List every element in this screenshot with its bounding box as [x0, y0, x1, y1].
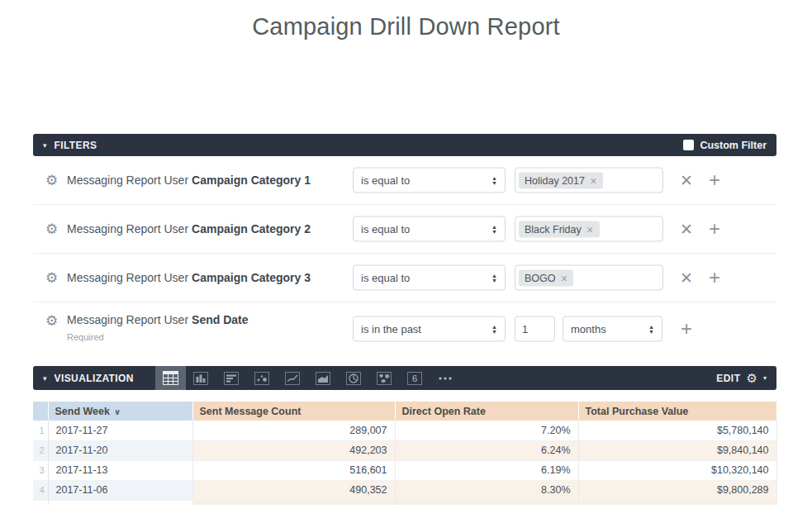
- filter-prefix: Messaging Report User: [67, 313, 188, 326]
- cell-total-purchase-value[interactable]: $10,320,140: [578, 460, 776, 480]
- custom-filter-checkbox[interactable]: [683, 140, 694, 150]
- filter-value-input[interactable]: Holiday 2017✕: [515, 168, 663, 193]
- select-updown-icon: ▲▼: [491, 224, 497, 234]
- table-row-clipped: [33, 500, 776, 505]
- unit-select[interactable]: months ▲▼: [563, 316, 662, 342]
- filter-prefix: Messaging Report User: [67, 271, 188, 284]
- cell-total-purchase-value[interactable]: $5,780,140: [578, 421, 776, 440]
- filter-value-chip: BOGO✕: [519, 269, 573, 286]
- row-number: 1: [33, 421, 48, 440]
- filter-field-name: Send Date: [192, 313, 248, 326]
- column-chart-icon[interactable]: [186, 366, 216, 390]
- table-row: 2 2017-11-20 492,203 6.24% $9,840,140: [33, 440, 776, 460]
- filter-field-name: Campaign Category 1: [192, 174, 311, 187]
- visualization-collapse-caret-icon[interactable]: ▾: [43, 374, 47, 383]
- column-header-label: Direct Open Rate: [402, 406, 486, 417]
- filter-gear-icon[interactable]: ⚙: [45, 174, 58, 188]
- column-header-label: Sent Message Count: [200, 406, 302, 417]
- visualization-panel: ▾ VISUALIZATION: [33, 366, 776, 390]
- filter-operator-select[interactable]: is equal to ▲▼: [353, 168, 506, 193]
- filter-value-input[interactable]: Black Friday✕: [515, 216, 663, 242]
- cell-send-week[interactable]: 2017-11-13: [48, 460, 192, 480]
- filter-field-label: Messaging Report UserCampaign Category 3: [67, 271, 311, 284]
- add-filter-button[interactable]: +: [704, 169, 725, 192]
- row-number: 4: [33, 480, 48, 500]
- report-page: Campaign Drill Down Report ▾ FILTERS Cus…: [0, 0, 812, 523]
- filter-row-send-date: ⚙ Messaging Report UserSend Date Require…: [33, 302, 776, 355]
- row-number: 3: [33, 460, 48, 480]
- more-options-icon[interactable]: [430, 366, 461, 390]
- cell-sent-message-count[interactable]: 492,203: [192, 440, 395, 460]
- chip-remove-icon[interactable]: ✕: [586, 224, 594, 234]
- chip-remove-icon[interactable]: ✕: [561, 273, 568, 283]
- table-icon[interactable]: [155, 366, 186, 390]
- cell-send-week[interactable]: 2017-11-27: [48, 421, 192, 440]
- row-number: [33, 500, 48, 505]
- filter-value-input[interactable]: BOGO✕: [515, 265, 663, 291]
- cell-sent-message-count[interactable]: 289,007: [192, 421, 395, 440]
- filter-field-name: Campaign Category 3: [192, 271, 311, 284]
- table-row: 3 2017-11-13 516,601 6.19% $10,320,140: [33, 460, 776, 480]
- filters-collapse-caret-icon[interactable]: ▾: [43, 141, 47, 150]
- filter-operator-select[interactable]: is in the past ▲▼: [353, 316, 506, 342]
- chip-label: Holiday 2017: [525, 174, 585, 186]
- cell-send-week[interactable]: 2017-11-06: [48, 480, 192, 500]
- filter-gear-icon[interactable]: ⚙: [45, 271, 58, 285]
- column-header-label: Send Week: [55, 406, 110, 417]
- filter-gear-icon[interactable]: ⚙: [45, 222, 58, 236]
- area-chart-icon[interactable]: [308, 366, 339, 390]
- filters-header-bar[interactable]: ▾ FILTERS Custom Filter: [33, 134, 776, 156]
- visualization-header-label: VISUALIZATION: [55, 373, 134, 384]
- column-header-send-week[interactable]: Send Week∨: [48, 402, 192, 421]
- page-title: Campaign Drill Down Report: [0, 13, 812, 40]
- filter-gear-icon[interactable]: ⚙: [45, 314, 58, 328]
- visualization-header-bar[interactable]: ▾ VISUALIZATION: [33, 366, 776, 390]
- filter-row-campaign-category-1: ⚙ Messaging Report UserCampaign Category…: [33, 156, 776, 205]
- cell-send-week: [48, 500, 192, 505]
- column-header-sent-message-count[interactable]: Sent Message Count: [192, 402, 395, 421]
- sort-chevron-icon: ∨: [114, 407, 121, 416]
- edit-button[interactable]: EDIT: [716, 373, 740, 384]
- cell-sent-message-count: [192, 500, 395, 505]
- cell-direct-open-rate[interactable]: 7.20%: [395, 421, 578, 440]
- required-note: Required: [67, 332, 104, 342]
- remove-filter-button[interactable]: ✕: [676, 220, 697, 239]
- cell-direct-open-rate[interactable]: 6.19%: [395, 460, 578, 480]
- row-number: 2: [33, 440, 48, 460]
- viz-settings-caret-icon[interactable]: ▾: [763, 374, 767, 382]
- add-filter-button[interactable]: +: [676, 317, 697, 340]
- chip-remove-icon[interactable]: ✕: [590, 175, 597, 185]
- cell-sent-message-count[interactable]: 516,601: [192, 460, 395, 480]
- pie-chart-icon[interactable]: [339, 366, 369, 390]
- table-row: 1 2017-11-27 289,007 7.20% $5,780,140: [33, 421, 776, 440]
- cell-total-purchase-value[interactable]: $9,840,140: [578, 440, 776, 460]
- cell-direct-open-rate[interactable]: 6.24%: [395, 440, 578, 460]
- map-icon[interactable]: [369, 366, 400, 390]
- filter-prefix: Messaging Report User: [67, 174, 188, 187]
- add-filter-button[interactable]: +: [704, 266, 725, 289]
- filter-field-label: Messaging Report UserCampaign Category 1: [67, 174, 311, 187]
- cell-direct-open-rate[interactable]: 8.30%: [395, 480, 578, 500]
- cell-direct-open-rate: [395, 500, 578, 505]
- single-value-icon[interactable]: 6: [400, 366, 430, 390]
- custom-filter-label[interactable]: Custom Filter: [700, 140, 767, 151]
- filter-operator-select[interactable]: is equal to ▲▼: [353, 265, 506, 291]
- remove-filter-button[interactable]: ✕: [676, 269, 697, 288]
- select-updown-icon: ▲▼: [491, 273, 497, 283]
- filter-prefix: Messaging Report User: [67, 222, 188, 235]
- column-header-total-purchase-value[interactable]: Total Purchase Value: [578, 402, 776, 421]
- cell-send-week[interactable]: 2017-11-20: [48, 440, 192, 460]
- cell-sent-message-count[interactable]: 490,352: [192, 480, 395, 500]
- bar-chart-icon[interactable]: [216, 366, 247, 390]
- column-header-label: Total Purchase Value: [586, 406, 689, 417]
- scatter-plot-icon[interactable]: [247, 366, 278, 390]
- viz-settings-gear-icon[interactable]: ⚙: [747, 371, 757, 386]
- chip-label: BOGO: [525, 272, 556, 283]
- add-filter-button[interactable]: +: [704, 217, 725, 240]
- cell-total-purchase-value[interactable]: $9,800,289: [578, 480, 776, 500]
- column-header-direct-open-rate[interactable]: Direct Open Rate: [395, 402, 578, 421]
- filter-operator-select[interactable]: is equal to ▲▼: [353, 216, 506, 242]
- amount-input[interactable]: [515, 316, 555, 342]
- remove-filter-button[interactable]: ✕: [676, 171, 697, 190]
- line-chart-icon[interactable]: [278, 366, 308, 390]
